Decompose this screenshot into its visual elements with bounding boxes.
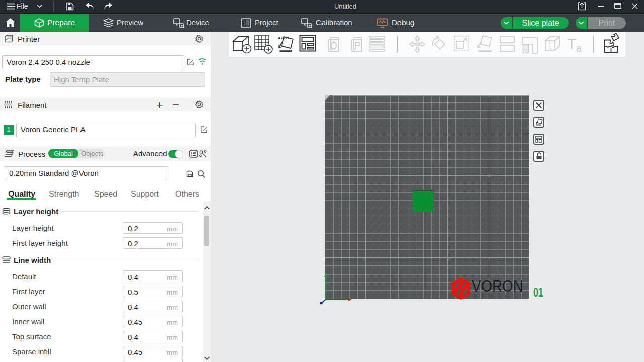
svg-text:T: T (567, 35, 576, 52)
svg-text:a: a (576, 43, 582, 54)
